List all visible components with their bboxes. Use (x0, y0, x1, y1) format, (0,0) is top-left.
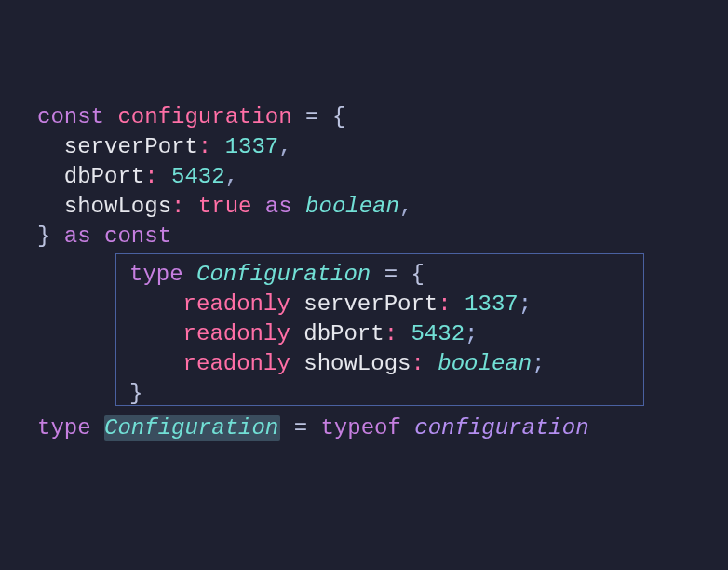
brace-open: { (411, 262, 424, 287)
code-line-2: serverPort: 1337, (37, 132, 728, 162)
number-literal-1337: 1337 (225, 134, 279, 159)
keyword-const-assertion: const (104, 224, 171, 249)
equals-sign: = (294, 415, 307, 441)
tooltip-line-4: readonly showLogs: boolean; (129, 349, 638, 379)
number-literal-1337: 1337 (465, 292, 519, 317)
boolean-true: true (198, 194, 252, 219)
type-configuration-decl: Configuration (104, 415, 278, 441)
comma: , (278, 134, 291, 159)
property-dbport: dbPort (64, 164, 144, 189)
colon: : (144, 164, 157, 189)
property-dbport: dbPort (303, 321, 384, 346)
type-boolean: boolean (305, 194, 399, 219)
semicolon: ; (519, 292, 532, 317)
keyword-readonly: readonly (183, 321, 290, 346)
colon: : (411, 351, 424, 376)
property-serverport: serverPort (303, 292, 438, 317)
property-showlogs: showLogs (64, 194, 171, 219)
code-line-4: showLogs: true as boolean, (37, 192, 728, 222)
code-line-1: const configuration = { (37, 102, 728, 132)
equals-sign: = (305, 104, 318, 129)
number-literal-5432: 5432 (171, 164, 225, 189)
number-literal-5432: 5432 (411, 321, 465, 346)
type-info-tooltip: type Configuration = { readonly serverPo… (115, 253, 644, 406)
keyword-as: as (64, 224, 91, 249)
property-serverport: serverPort (64, 134, 198, 159)
colon: : (438, 292, 451, 317)
colon: : (198, 134, 211, 159)
keyword-readonly: readonly (183, 292, 290, 317)
type-configuration: Configuration (196, 262, 371, 287)
colon: : (384, 321, 398, 346)
brace-open: { (332, 104, 345, 129)
brace-close: } (129, 381, 142, 406)
comma: , (225, 164, 238, 189)
hover-highlight: Configuration (104, 415, 280, 441)
keyword-readonly: readonly (183, 351, 290, 376)
semicolon: ; (532, 351, 545, 376)
keyword-const: const (37, 104, 104, 129)
tooltip-line-2: readonly serverPort: 1337; (129, 290, 638, 319)
identifier-configuration-ref: configuration (414, 415, 588, 441)
tooltip-line-5: } (129, 379, 638, 409)
code-line-5: } as const (37, 222, 728, 251)
keyword-type: type (37, 415, 91, 441)
equals-sign: = (384, 262, 398, 287)
comma: , (399, 194, 412, 219)
code-line-3: dbPort: 5432, (37, 162, 728, 192)
keyword-typeof: typeof (320, 415, 400, 441)
property-showlogs: showLogs (303, 351, 411, 376)
keyword-type: type (129, 262, 183, 287)
identifier-configuration-decl: configuration (117, 104, 291, 129)
code-line-6: type Configuration = typeof configuratio… (37, 414, 589, 443)
tooltip-line-3: readonly dbPort: 5432; (129, 319, 638, 349)
keyword-as: as (265, 194, 292, 219)
brace-close: } (37, 224, 50, 249)
type-boolean: boolean (438, 351, 532, 376)
colon: : (171, 194, 184, 219)
semicolon: ; (465, 321, 478, 346)
code-editor: const configuration = { serverPort: 1337… (0, 0, 728, 251)
tooltip-line-1: type Configuration = { (129, 260, 638, 290)
